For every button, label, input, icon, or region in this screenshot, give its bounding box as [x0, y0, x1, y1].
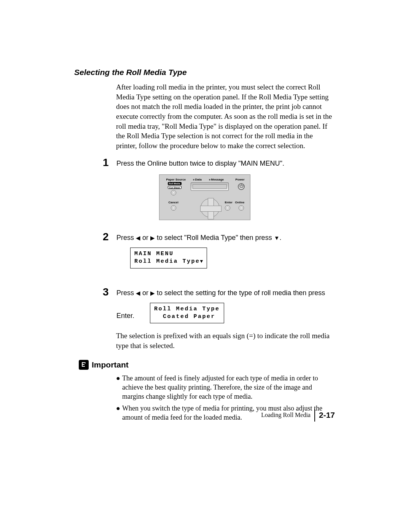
step-2: 2 Press ◀ or ▶ to select "Roll Media Typ…	[103, 232, 335, 270]
left-arrow-icon: ◀	[136, 235, 140, 241]
left-arrow-icon: ◀	[136, 290, 140, 296]
step-number: 2	[103, 232, 115, 242]
section-title: Selecting the Roll Media Type	[74, 68, 335, 77]
label-online: Online	[235, 201, 245, 204]
label-roll-media: Roll Media	[168, 182, 182, 185]
data-led-icon	[193, 179, 194, 181]
label-data: Data	[193, 178, 202, 181]
step-text: Press ◀ or ▶ to select "Roll Media Type"…	[116, 232, 335, 270]
down-arrow-icon: ▼	[274, 235, 280, 241]
label-cut-sheet: Cut Sheet	[168, 186, 182, 189]
cancel-button	[171, 205, 176, 211]
bullet-icon: ●	[116, 404, 122, 422]
intro-paragraph: After loading roll media in the printer,…	[116, 82, 335, 150]
step-text: Press ◀ or ▶ to select the setting for t…	[116, 287, 335, 325]
enter-button	[225, 205, 230, 211]
footer-section-title: Loading Roll Media	[261, 412, 311, 419]
panel-lcd	[191, 182, 229, 191]
step-text: Press the Online button twice to display…	[116, 157, 284, 168]
dpad-icon	[201, 198, 220, 217]
bullet-item: ● The amount of feed is finely adjusted …	[116, 374, 335, 401]
page-footer: Loading Roll Media 2-17	[261, 409, 335, 422]
footer-page-number: 2-17	[319, 411, 335, 420]
selection-note: The selection is prefixed with an equals…	[116, 331, 335, 350]
bullet-icon: ●	[116, 374, 122, 401]
label-paper-source: Paper Source	[166, 178, 186, 181]
bullet-text: The amount of feed is finely adjusted fo…	[122, 374, 335, 401]
power-button-icon	[238, 183, 245, 190]
step-number: 1	[103, 157, 115, 168]
right-arrow-icon: ▶	[150, 235, 155, 241]
important-icon	[79, 360, 89, 370]
step-1: 1 Press the Online button twice to displ…	[103, 157, 335, 168]
step-number: 3	[103, 287, 115, 297]
step-3: 3 Press ◀ or ▶ to select the setting for…	[103, 287, 335, 325]
message-led-icon	[209, 179, 210, 181]
online-button	[239, 205, 244, 211]
paper-source-button	[171, 190, 176, 195]
important-heading: Important	[79, 360, 335, 370]
lcd-display-2: Roll Media Type Coated Paper	[150, 303, 224, 324]
label-cancel: Cancel	[169, 201, 178, 204]
label-power: Power	[235, 178, 244, 181]
important-label: Important	[92, 360, 129, 369]
right-arrow-icon: ▶	[150, 290, 155, 296]
footer-separator	[314, 409, 315, 422]
label-enter: Enter	[225, 201, 233, 204]
label-message: Message	[209, 178, 224, 181]
down-arrow-icon: ▼	[200, 259, 203, 264]
svg-point-0	[85, 362, 86, 363]
lcd-display-1: MAIN MENU Roll Media Type▼	[130, 248, 207, 268]
operation-panel-figure: Paper Source Roll Media Cut Sheet Data M…	[159, 174, 250, 220]
